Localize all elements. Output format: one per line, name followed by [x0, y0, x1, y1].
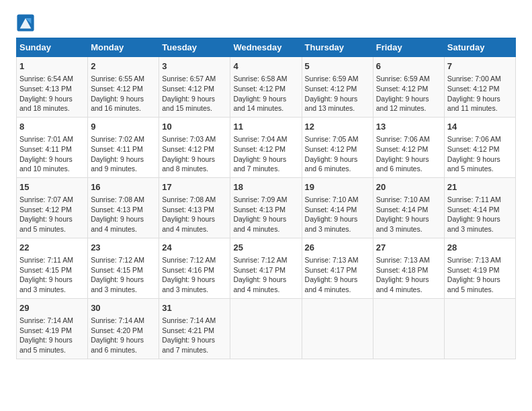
- logo: [16, 13, 38, 32]
- calendar-cell: 19Sunrise: 7:10 AMSunset: 4:14 PMDayligh…: [302, 177, 373, 238]
- calendar-cell: 7Sunrise: 7:00 AMSunset: 4:12 PMDaylight…: [444, 57, 515, 118]
- calendar-cell: 16Sunrise: 7:08 AMSunset: 4:13 PMDayligh…: [88, 177, 159, 238]
- sunset-text: Sunset: 4:15 PM: [91, 266, 143, 274]
- calendar-cell: 2Sunrise: 6:55 AMSunset: 4:12 PMDaylight…: [88, 57, 159, 118]
- sunset-text: Sunset: 4:12 PM: [376, 145, 429, 153]
- sunset-text: Sunset: 4:13 PM: [162, 205, 214, 214]
- calendar-cell: 3Sunrise: 6:57 AMSunset: 4:12 PMDaylight…: [159, 57, 230, 118]
- calendar-cell: 15Sunrise: 7:07 AMSunset: 4:12 PMDayligh…: [17, 177, 88, 238]
- day-number: 24: [162, 242, 227, 254]
- day-number: 3: [162, 60, 227, 73]
- calendar-cell: 1Sunrise: 6:54 AMSunset: 4:13 PMDaylight…: [17, 57, 88, 118]
- sunset-text: Sunset: 4:12 PM: [447, 85, 500, 93]
- sunset-text: Sunset: 4:20 PM: [91, 326, 143, 334]
- sunrise-text: Sunrise: 7:13 AM: [305, 256, 359, 264]
- day-number: 31: [162, 302, 227, 314]
- sunrise-text: Sunrise: 7:12 AM: [233, 256, 287, 264]
- sunset-text: Sunset: 4:18 PM: [376, 266, 429, 274]
- sunset-text: Sunset: 4:13 PM: [91, 205, 143, 214]
- sunrise-text: Sunrise: 7:10 AM: [305, 195, 359, 203]
- week-row-3: 15Sunrise: 7:07 AMSunset: 4:12 PMDayligh…: [17, 177, 516, 238]
- day-number: 21: [447, 181, 513, 193]
- header-saturday: Saturday: [444, 38, 515, 57]
- sunset-text: Sunset: 4:14 PM: [376, 205, 429, 214]
- sunrise-text: Sunrise: 7:14 AM: [91, 316, 144, 324]
- day-number: 30: [91, 302, 156, 314]
- daylight-text: Daylight: 9 hours and 4 minutes.: [233, 275, 286, 293]
- day-number: 7: [447, 60, 513, 73]
- sunset-text: Sunset: 4:15 PM: [19, 266, 72, 274]
- daylight-text: Daylight: 9 hours and 6 minutes.: [376, 155, 429, 173]
- sunset-text: Sunset: 4:19 PM: [19, 326, 72, 334]
- day-number: 1: [19, 60, 85, 73]
- daylight-text: Daylight: 9 hours and 6 minutes.: [305, 155, 358, 173]
- sunrise-text: Sunrise: 7:00 AM: [447, 75, 501, 83]
- day-number: 14: [447, 121, 513, 133]
- sunrise-text: Sunrise: 7:07 AM: [19, 195, 73, 203]
- calendar-cell: 10Sunrise: 7:03 AMSunset: 4:12 PMDayligh…: [159, 117, 230, 177]
- daylight-text: Daylight: 9 hours and 9 minutes.: [91, 155, 144, 173]
- sunrise-text: Sunrise: 7:08 AM: [162, 195, 216, 203]
- sunset-text: Sunset: 4:19 PM: [447, 266, 500, 274]
- day-number: 12: [305, 121, 370, 133]
- day-number: 27: [376, 242, 441, 254]
- sunrise-text: Sunrise: 7:12 AM: [162, 256, 216, 264]
- sunrise-text: Sunrise: 6:55 AM: [91, 75, 144, 83]
- daylight-text: Daylight: 9 hours and 4 minutes.: [91, 215, 144, 233]
- sunrise-text: Sunrise: 7:11 AM: [447, 195, 501, 203]
- sunrise-text: Sunrise: 7:08 AM: [91, 195, 144, 203]
- daylight-text: Daylight: 9 hours and 14 minutes.: [233, 95, 286, 113]
- day-number: 8: [19, 121, 85, 133]
- sunset-text: Sunset: 4:12 PM: [305, 85, 357, 93]
- day-number: 22: [19, 242, 85, 254]
- daylight-text: Daylight: 9 hours and 3 minutes.: [305, 215, 358, 233]
- calendar-cell: [444, 298, 515, 359]
- sunrise-text: Sunrise: 6:59 AM: [376, 75, 430, 83]
- daylight-text: Daylight: 9 hours and 4 minutes.: [233, 215, 286, 233]
- sunrise-text: Sunrise: 6:59 AM: [305, 75, 359, 83]
- calendar-cell: 18Sunrise: 7:09 AMSunset: 4:13 PMDayligh…: [230, 177, 302, 238]
- calendar-cell: 25Sunrise: 7:12 AMSunset: 4:17 PMDayligh…: [230, 238, 302, 298]
- day-number: 19: [305, 181, 370, 193]
- day-number: 9: [91, 121, 156, 133]
- sunrise-text: Sunrise: 7:01 AM: [19, 135, 73, 143]
- sunrise-text: Sunrise: 7:04 AM: [233, 135, 287, 143]
- calendar-cell: 4Sunrise: 6:58 AMSunset: 4:12 PMDaylight…: [230, 57, 302, 118]
- daylight-text: Daylight: 9 hours and 13 minutes.: [305, 95, 358, 113]
- day-number: 6: [376, 60, 441, 73]
- day-number: 10: [162, 121, 227, 133]
- calendar-cell: 5Sunrise: 6:59 AMSunset: 4:12 PMDaylight…: [302, 57, 373, 118]
- day-number: 16: [91, 181, 156, 193]
- day-number: 4: [233, 60, 298, 73]
- day-number: 13: [376, 121, 441, 133]
- daylight-text: Daylight: 9 hours and 3 minutes.: [162, 275, 215, 293]
- header-monday: Monday: [88, 38, 159, 57]
- calendar-cell: 23Sunrise: 7:12 AMSunset: 4:15 PMDayligh…: [88, 238, 159, 298]
- sunset-text: Sunset: 4:12 PM: [233, 85, 285, 93]
- daylight-text: Daylight: 9 hours and 16 minutes.: [91, 95, 144, 113]
- calendar-cell: 26Sunrise: 7:13 AMSunset: 4:17 PMDayligh…: [302, 238, 373, 298]
- calendar-cell: 27Sunrise: 7:13 AMSunset: 4:18 PMDayligh…: [373, 238, 444, 298]
- calendar-cell: 28Sunrise: 7:13 AMSunset: 4:19 PMDayligh…: [444, 238, 515, 298]
- sunset-text: Sunset: 4:12 PM: [233, 145, 285, 153]
- day-number: 2: [91, 60, 156, 73]
- sunset-text: Sunset: 4:17 PM: [305, 266, 357, 274]
- daylight-text: Daylight: 9 hours and 4 minutes.: [305, 275, 358, 293]
- calendar-cell: 20Sunrise: 7:10 AMSunset: 4:14 PMDayligh…: [373, 177, 444, 238]
- calendar-table: SundayMondayTuesdayWednesdayThursdayFrid…: [16, 38, 516, 359]
- daylight-text: Daylight: 9 hours and 15 minutes.: [162, 95, 215, 113]
- sunset-text: Sunset: 4:14 PM: [305, 205, 357, 214]
- sunset-text: Sunset: 4:13 PM: [19, 85, 72, 93]
- day-number: 25: [233, 242, 298, 254]
- header-thursday: Thursday: [302, 38, 373, 57]
- sunrise-text: Sunrise: 7:10 AM: [376, 195, 430, 203]
- day-number: 17: [162, 181, 227, 193]
- logo-icon: [16, 13, 35, 32]
- calendar-cell: 12Sunrise: 7:05 AMSunset: 4:12 PMDayligh…: [302, 117, 373, 177]
- day-number: 26: [305, 242, 370, 254]
- sunset-text: Sunset: 4:12 PM: [19, 205, 72, 214]
- sunset-text: Sunset: 4:17 PM: [233, 266, 285, 274]
- page-header: [16, 13, 516, 32]
- sunrise-text: Sunrise: 7:13 AM: [376, 256, 430, 264]
- daylight-text: Daylight: 9 hours and 5 minutes.: [447, 275, 500, 293]
